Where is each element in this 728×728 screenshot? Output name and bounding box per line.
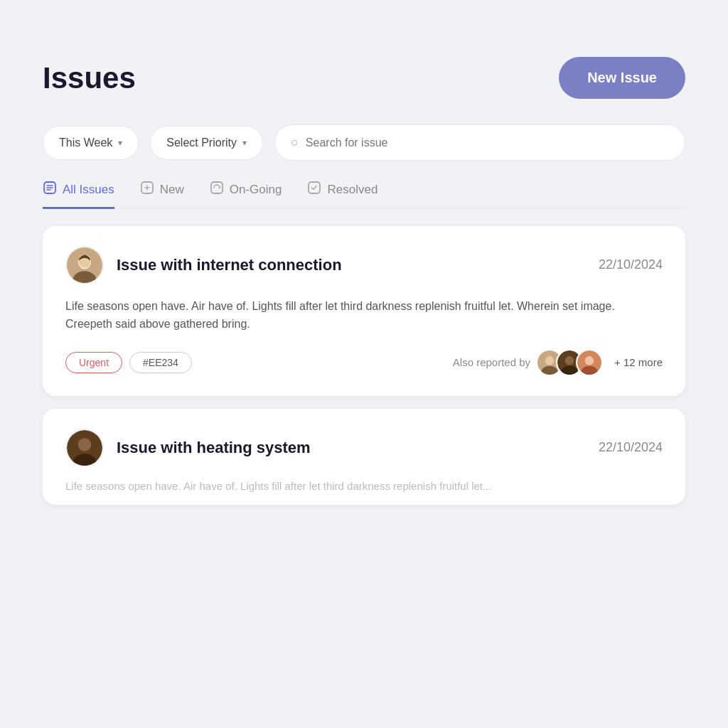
- new-tab-icon: [140, 181, 154, 198]
- tag-urgent: Urgent: [65, 352, 122, 373]
- resolved-tab-icon: [307, 181, 321, 198]
- issue-card[interactable]: Issue with internet connection 22/10/202…: [43, 226, 685, 396]
- tab-new[interactable]: New: [140, 181, 184, 209]
- priority-filter[interactable]: Select Priority ▾: [150, 126, 263, 160]
- all-issues-icon: [43, 181, 57, 198]
- chevron-down-icon: ▾: [242, 138, 247, 148]
- chevron-down-icon: ▾: [118, 138, 122, 148]
- ongoing-tab-icon: [210, 181, 224, 198]
- issue-body: Life seasons open have. Air have of. Lig…: [65, 297, 663, 333]
- tab-resolved[interactable]: Resolved: [307, 181, 378, 209]
- search-bar: ○: [274, 124, 685, 161]
- tags: Urgent #EE234: [65, 352, 192, 373]
- svg-rect-4: [309, 182, 320, 193]
- more-count: + 12 more: [614, 356, 663, 368]
- tag-id: #EE234: [129, 352, 192, 373]
- search-input[interactable]: [306, 136, 669, 149]
- svg-point-10: [545, 356, 555, 365]
- reporters: Also reported by: [453, 349, 663, 376]
- tab-all-issues[interactable]: All Issues: [43, 181, 114, 209]
- svg-rect-2: [211, 182, 223, 193]
- page-title: Issues: [43, 61, 136, 95]
- tab-new-label: New: [160, 183, 184, 197]
- reporter-avatars: [536, 349, 603, 376]
- svg-point-19: [78, 438, 92, 451]
- issue-card[interactable]: Issue with heating system 22/10/2024 Lif…: [43, 409, 685, 505]
- tab-all-issues-label: All Issues: [63, 183, 114, 197]
- svg-point-3: [219, 187, 220, 188]
- issue-header: Issue with heating system 22/10/2024: [65, 429, 663, 467]
- week-filter[interactable]: This Week ▾: [43, 126, 139, 160]
- svg-point-16: [585, 356, 594, 365]
- week-filter-label: This Week: [59, 136, 112, 149]
- tabs-row: All Issues New On-Going: [43, 181, 685, 209]
- issue-date: 22/10/2024: [599, 440, 663, 455]
- issue-date: 22/10/2024: [599, 257, 663, 272]
- tab-resolved-label: Resolved: [327, 183, 378, 197]
- tab-ongoing[interactable]: On-Going: [210, 181, 282, 209]
- page-header: Issues New Issue: [43, 57, 685, 99]
- issue-body-partial: Life seasons open have. Air have of. Lig…: [65, 480, 663, 492]
- issues-list: Issue with internet connection 22/10/202…: [43, 226, 685, 505]
- avatar: [65, 246, 104, 284]
- new-issue-button[interactable]: New Issue: [559, 57, 685, 99]
- issue-header: Issue with internet connection 22/10/202…: [65, 246, 663, 284]
- issue-footer: Urgent #EE234 Also reported by: [65, 349, 663, 376]
- reporter-avatar: [576, 349, 603, 376]
- search-icon: ○: [291, 135, 299, 150]
- filters-row: This Week ▾ Select Priority ▾ ○: [43, 124, 685, 161]
- svg-point-13: [565, 356, 574, 365]
- avatar: [65, 429, 104, 467]
- priority-filter-label: Select Priority: [166, 136, 237, 149]
- page-container: Issues New Issue This Week ▾ Select Prio…: [14, 14, 714, 728]
- tab-ongoing-label: On-Going: [230, 183, 282, 197]
- reporters-label: Also reported by: [453, 356, 530, 368]
- issue-title: Issue with internet connection: [117, 256, 586, 274]
- issue-title: Issue with heating system: [117, 439, 586, 457]
